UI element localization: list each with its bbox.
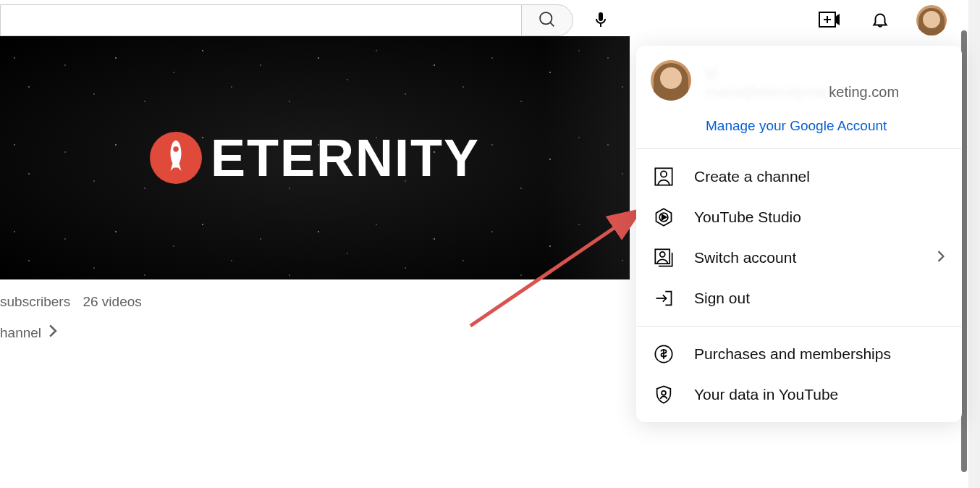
channel-link-text: hannel xyxy=(0,325,41,341)
scrollbar-track-outer[interactable] xyxy=(968,0,980,488)
scrollbar-thumb[interactable] xyxy=(961,30,967,472)
chevron-right-icon xyxy=(937,251,945,265)
search-button[interactable] xyxy=(521,4,573,36)
channel-banner: ETERNITY xyxy=(0,36,630,279)
dropdown-header: M maria@eternitymarketing.com xyxy=(636,46,962,111)
create-button[interactable] xyxy=(815,6,844,35)
create-video-icon xyxy=(819,12,840,30)
user-icon xyxy=(654,167,674,187)
subscribers-label: subscribers xyxy=(0,294,70,309)
search-icon xyxy=(537,9,557,32)
notifications-button[interactable] xyxy=(866,6,895,35)
svg-point-13 xyxy=(660,252,665,257)
dropdown-section-2: Purchases and memberships Your data in Y… xyxy=(636,326,962,422)
avatar-button[interactable] xyxy=(916,5,947,35)
svg-marker-11 xyxy=(662,215,667,220)
svg-point-15 xyxy=(662,391,666,395)
bell-icon xyxy=(871,10,890,31)
menu-label: Your data in YouTube xyxy=(694,386,945,403)
chevron-right-icon xyxy=(48,324,57,341)
dropdown-user: M maria@eternitymarketing.com xyxy=(706,60,947,101)
svg-rect-2 xyxy=(600,24,601,27)
topbar xyxy=(0,0,980,41)
rocket-icon xyxy=(150,132,202,184)
videos-count: 26 videos xyxy=(83,294,141,309)
search-input[interactable] xyxy=(0,4,521,36)
menu-label: Purchases and memberships xyxy=(694,345,945,363)
svg-point-6 xyxy=(173,146,179,152)
menu-switch-account[interactable]: Switch account xyxy=(636,237,962,278)
brand-logo: ETERNITY xyxy=(150,128,480,188)
brand-text: ETERNITY xyxy=(211,128,480,188)
menu-label: YouTube Studio xyxy=(694,209,945,226)
menu-create-channel[interactable]: Create a channel xyxy=(636,156,962,197)
menu-label: Sign out xyxy=(694,290,945,307)
menu-your-data[interactable]: Your data in YouTube xyxy=(636,374,962,415)
menu-purchases[interactable]: Purchases and memberships xyxy=(636,334,962,374)
menu-label: Create a channel xyxy=(694,168,945,185)
signout-icon xyxy=(654,288,674,308)
menu-youtube-studio[interactable]: YouTube Studio xyxy=(636,197,962,237)
voice-search-button[interactable] xyxy=(586,6,615,35)
menu-label: Switch account xyxy=(694,249,917,266)
dropdown-avatar xyxy=(651,60,691,101)
menu-sign-out[interactable]: Sign out xyxy=(636,278,962,319)
search-container xyxy=(0,4,615,36)
dropdown-section-1: Create a channel YouTube Studio Switch a… xyxy=(636,148,962,326)
account-dropdown: M maria@eternitymarketing.com Manage you… xyxy=(636,46,962,422)
user-name: M xyxy=(706,66,947,83)
user-email: maria@eternitymarketing.com xyxy=(706,84,947,101)
studio-icon xyxy=(654,207,674,227)
switch-icon xyxy=(654,248,674,268)
svg-line-1 xyxy=(550,22,554,26)
svg-point-8 xyxy=(661,171,667,177)
svg-point-0 xyxy=(540,12,552,24)
manage-account-link[interactable]: Manage your Google Account xyxy=(636,111,962,148)
dollar-icon xyxy=(654,344,674,364)
microphone-icon xyxy=(592,11,609,30)
shield-icon xyxy=(654,384,674,405)
banner-overlay xyxy=(543,36,630,279)
topbar-right xyxy=(815,5,968,35)
